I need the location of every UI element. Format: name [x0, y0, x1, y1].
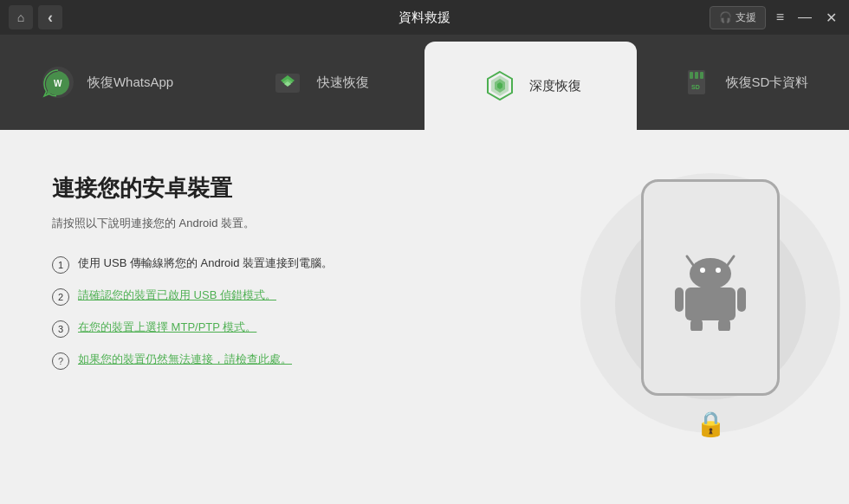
tab-deep[interactable]: 深度恢復: [424, 42, 637, 130]
svg-rect-9: [695, 72, 698, 79]
phone-frame: [641, 179, 780, 396]
minimize-icon[interactable]: —: [794, 10, 815, 25]
support-button[interactable]: 🎧 支援: [710, 6, 766, 29]
step-question: ? 如果您的裝置仍然無法連接，請檢查此處。: [52, 352, 520, 370]
tab-bar: W 恢復WhatsApp 快速恢復 深度恢復: [0, 35, 849, 130]
connect-title: 連接您的安卓裝置: [52, 173, 520, 204]
step-question-link[interactable]: 如果您的裝置仍然無法連接，請檢查此處。: [78, 352, 292, 367]
svg-text:W: W: [54, 79, 62, 88]
svg-rect-21: [718, 319, 730, 331]
quick-tab-icon: [269, 63, 307, 101]
svg-rect-17: [685, 288, 736, 320]
svg-text:SD: SD: [691, 84, 700, 90]
lock-icon: 🔒: [696, 410, 726, 438]
svg-rect-8: [690, 72, 693, 79]
title-bar: ⌂ ‹ 資料救援 🎧 支援 ≡ — ✕: [0, 0, 849, 35]
title-bar-right: 🎧 支援 ≡ — ✕: [710, 6, 840, 29]
svg-point-15: [700, 268, 705, 273]
step-2: 2 請確認您的裝置已啟用 USB 偵錯模式。: [52, 288, 520, 306]
whatsapp-tab-icon: W: [39, 63, 77, 101]
back-icon: ‹: [48, 9, 53, 27]
step-3: 3 在您的裝置上選擇 MTP/PTP 模式。: [52, 320, 520, 338]
close-icon[interactable]: ✕: [822, 10, 840, 26]
svg-rect-20: [690, 319, 703, 331]
back-button[interactable]: ‹: [38, 5, 62, 29]
svg-rect-19: [737, 288, 746, 312]
step-3-link[interactable]: 在您的裝置上選擇 MTP/PTP 模式。: [78, 320, 256, 335]
steps-list: 1 使用 USB 傳輸線將您的 Android 裝置連接到電腦。 2 請確認您的…: [52, 255, 520, 370]
step-1-number: 1: [52, 256, 69, 274]
tab-whatsapp[interactable]: W 恢復WhatsApp: [0, 35, 212, 130]
svg-rect-18: [675, 288, 684, 312]
left-panel: 連接您的安卓裝置 請按照以下說明連接您的 Android 裝置。 1 使用 US…: [0, 130, 572, 504]
step-2-link[interactable]: 請確認您的裝置已啟用 USB 偵錯模式。: [78, 288, 276, 303]
svg-point-14: [690, 258, 731, 289]
whatsapp-tab-label: 恢復WhatsApp: [87, 74, 173, 91]
step-2-number: 2: [52, 288, 69, 306]
right-panel: 🔒: [572, 130, 849, 504]
step-1: 1 使用 USB 傳輸線將您的 Android 裝置連接到電腦。: [52, 255, 520, 274]
tab-quick[interactable]: 快速恢復: [212, 35, 424, 130]
deep-tab-label: 深度恢復: [529, 78, 581, 94]
step-question-icon: ?: [52, 352, 69, 370]
phone-illustration: 🔒: [641, 179, 780, 438]
sd-tab-icon: SD: [677, 63, 716, 101]
step-1-text: 使用 USB 傳輸線將您的 Android 裝置連接到電腦。: [78, 255, 333, 271]
home-icon: ⌂: [17, 10, 24, 24]
home-button[interactable]: ⌂: [9, 5, 33, 29]
android-robot-icon: [671, 244, 749, 331]
window-title: 資料救援: [399, 10, 450, 26]
quick-tab-label: 快速恢復: [317, 74, 369, 91]
step-3-number: 3: [52, 320, 69, 338]
headphone-icon: 🎧: [719, 11, 732, 23]
tab-sd[interactable]: SD 恢復SD卡資料: [637, 35, 849, 130]
title-bar-left: ⌂ ‹: [9, 5, 62, 29]
svg-point-16: [716, 268, 721, 273]
deep-tab-icon: [481, 67, 519, 105]
main-content: 連接您的安卓裝置 請按照以下說明連接您的 Android 裝置。 1 使用 US…: [0, 130, 849, 504]
sd-tab-label: 恢復SD卡資料: [726, 74, 809, 91]
menu-icon[interactable]: ≡: [773, 10, 787, 25]
svg-rect-10: [700, 72, 703, 79]
connect-subtitle: 請按照以下說明連接您的 Android 裝置。: [52, 216, 520, 231]
